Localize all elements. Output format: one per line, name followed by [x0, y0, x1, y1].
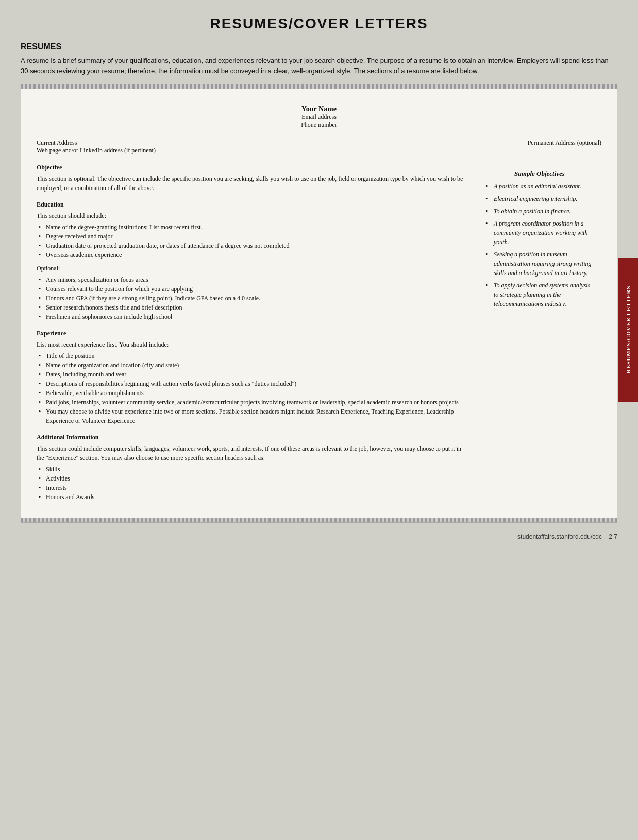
- list-item: A position as an editorial assistant.: [485, 182, 594, 191]
- list-item: Graduation date or projected graduation …: [39, 241, 467, 250]
- list-item: Senior research/honors thesis title and …: [39, 303, 467, 312]
- list-item: Paid jobs, internships, volunteer commun…: [39, 398, 467, 407]
- footer-url: studentaffairs.stanford.edu/cdc: [517, 533, 602, 540]
- education-intro: This section should include:: [37, 211, 467, 220]
- footer: studentaffairs.stanford.edu/cdc 2 7: [21, 533, 617, 540]
- list-item: You may choose to divide your experience…: [39, 407, 467, 425]
- resume-body: Objective This section is optional. The …: [37, 163, 601, 502]
- resume-permanent-address: Permanent Address (optional): [528, 139, 601, 155]
- resumes-intro: A resume is a brief summary of your qual…: [21, 56, 617, 76]
- resume-current-address: Current Address Web page and/or LinkedIn…: [37, 139, 156, 155]
- education-optional-list: Any minors, specialization or focus area…: [39, 275, 467, 321]
- list-item: Dates, including month and year: [39, 370, 467, 379]
- resumes-heading: RESUMES: [21, 42, 617, 52]
- objective-title: Objective: [37, 163, 467, 172]
- list-item: Skills: [39, 465, 467, 474]
- list-item: Overseas academic experience: [39, 250, 467, 260]
- additional-body: This section could include computer skil…: [37, 444, 467, 462]
- list-item: Interests: [39, 483, 467, 492]
- additional-title: Additional Information: [37, 433, 467, 442]
- list-item: Descriptions of responsibilities beginni…: [39, 379, 467, 388]
- resume-name: Your Name: [37, 105, 601, 113]
- list-item: To obtain a position in finance.: [485, 207, 594, 216]
- list-item: Seeking a position in museum administrat…: [485, 250, 594, 278]
- objectives-list: A position as an editorial assistant. El…: [485, 182, 594, 308]
- additional-list: Skills Activities Interests Honors and A…: [39, 465, 467, 502]
- list-item: Courses relevant to the position for whi…: [39, 284, 467, 294]
- resume-box: Your Name Email address Phone number Cur…: [21, 84, 617, 523]
- resume-email: Email address: [37, 113, 601, 121]
- education-list: Name of the degree-granting institutions…: [39, 222, 467, 260]
- list-item: Name of the degree-granting institutions…: [39, 222, 467, 232]
- side-tab: RESUMES/COVER LETTERS: [618, 258, 638, 402]
- objective-body: This section is optional. The objective …: [37, 174, 467, 193]
- list-item: Believable, verifiable accomplishments: [39, 388, 467, 398]
- experience-title: Experience: [37, 329, 467, 338]
- list-item: Name of the organization and location (c…: [39, 361, 467, 370]
- page-wrapper: RESUMES/COVER LETTERS RESUMES/COVER LETT…: [0, 0, 638, 840]
- list-item: Freshmen and sophomores can include high…: [39, 312, 467, 321]
- education-title: Education: [37, 200, 467, 209]
- list-item: Honors and GPA (if they are a strong sel…: [39, 294, 467, 303]
- list-item: To apply decision and systems analysis t…: [485, 281, 594, 308]
- resume-header: Your Name Email address Phone number: [37, 105, 601, 129]
- optional-label: Optional:: [37, 264, 467, 273]
- objectives-box: Sample Objectives A position as an edito…: [478, 163, 601, 318]
- list-item: Honors and Awards: [39, 492, 467, 502]
- resume-left-col: Objective This section is optional. The …: [37, 163, 467, 502]
- list-item: Degree received and major: [39, 232, 467, 241]
- page-title: RESUMES/COVER LETTERS: [21, 15, 617, 32]
- list-item: Any minors, specialization or focus area…: [39, 275, 467, 284]
- list-item: Activities: [39, 474, 467, 483]
- list-item: Title of the position: [39, 351, 467, 361]
- footer-page: 2 7: [609, 533, 617, 540]
- resume-address-row: Current Address Web page and/or LinkedIn…: [37, 139, 601, 155]
- objectives-title: Sample Objectives: [485, 169, 594, 178]
- resume-phone: Phone number: [37, 121, 601, 129]
- list-item: Electrical engineering internship.: [485, 194, 594, 203]
- experience-list: Title of the position Name of the organi…: [39, 351, 467, 425]
- experience-intro: List most recent experience first. You s…: [37, 340, 467, 349]
- list-item: A program coordinator position in a comm…: [485, 219, 594, 247]
